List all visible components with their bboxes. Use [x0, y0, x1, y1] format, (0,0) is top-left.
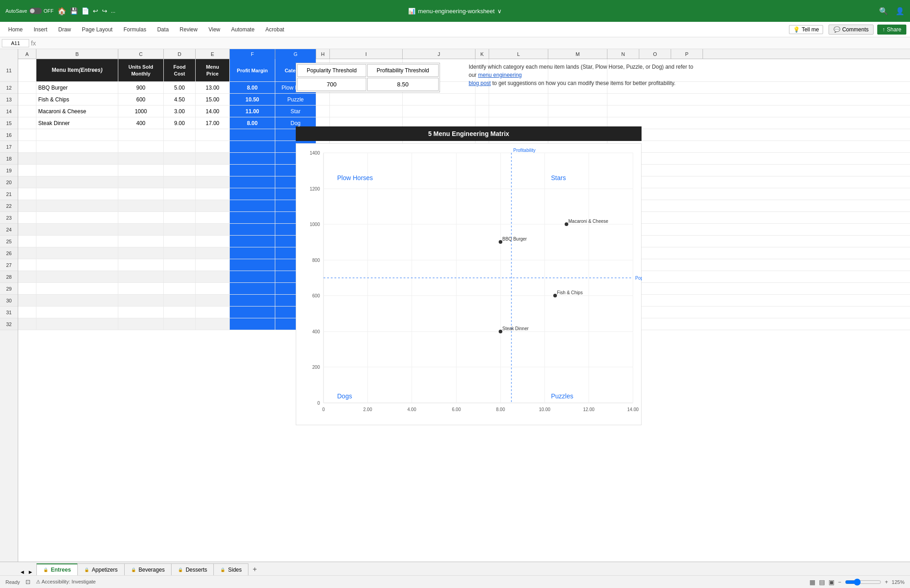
rownum-31[interactable]: 31	[0, 307, 18, 318]
cell-27[interactable]	[316, 259, 330, 271]
cell-30[interactable]	[18, 295, 36, 306]
cell-m14[interactable]	[548, 106, 607, 117]
cell-28[interactable]	[118, 271, 164, 282]
cell-18[interactable]	[475, 153, 489, 164]
cell-26[interactable]	[230, 247, 275, 259]
cell-24[interactable]	[403, 224, 475, 235]
cell-27[interactable]	[18, 259, 36, 271]
cell-31[interactable]	[36, 307, 118, 318]
cell-j14[interactable]	[403, 106, 475, 117]
cell-21[interactable]	[18, 188, 36, 200]
cell-29[interactable]	[164, 283, 196, 294]
cell-23[interactable]	[548, 212, 607, 223]
cell-22[interactable]	[316, 200, 330, 211]
cell-d16[interactable]	[164, 129, 196, 141]
cell-30[interactable]	[196, 295, 230, 306]
cell-29[interactable]	[475, 283, 489, 294]
col-header-o[interactable]: O	[639, 49, 671, 59]
page-break-icon[interactable]: ▣	[829, 578, 834, 586]
cell-d14[interactable]: 3.00	[164, 106, 196, 117]
menu-insert[interactable]: Insert	[29, 25, 52, 35]
cell-a15[interactable]	[18, 117, 36, 129]
cell-31[interactable]	[330, 307, 403, 318]
rownum-23[interactable]: 23	[0, 212, 18, 224]
rownum-24[interactable]: 24	[0, 224, 18, 236]
cell-22[interactable]	[164, 200, 196, 211]
cell-f14[interactable]: 11.00	[230, 106, 275, 117]
cell-32[interactable]	[230, 318, 275, 330]
cell-21[interactable]	[275, 188, 316, 200]
cell-19[interactable]	[475, 165, 489, 176]
cell-a14[interactable]	[18, 106, 36, 117]
cell-31[interactable]	[316, 307, 330, 318]
rownum-17[interactable]: 17	[0, 141, 18, 153]
cell-31[interactable]	[475, 307, 489, 318]
col-header-c[interactable]: C	[118, 49, 164, 59]
cell-26[interactable]	[275, 247, 316, 259]
cell-29[interactable]	[330, 283, 403, 294]
cell-21[interactable]	[164, 188, 196, 200]
cell-l15[interactable]	[489, 117, 548, 129]
cell-20[interactable]	[548, 176, 607, 188]
cell-21[interactable]	[403, 188, 475, 200]
cell-d15[interactable]: 9.00	[164, 117, 196, 129]
cell-18[interactable]	[196, 153, 230, 164]
cell-d13[interactable]: 4.50	[164, 94, 196, 105]
cell-25[interactable]	[330, 236, 403, 247]
cell-30[interactable]	[164, 295, 196, 306]
col-header-l[interactable]: L	[489, 49, 548, 59]
cell-21[interactable]	[316, 188, 330, 200]
cell-23[interactable]	[164, 212, 196, 223]
cell-32[interactable]	[330, 318, 403, 330]
comments-button[interactable]: 💬 Comments	[829, 25, 874, 35]
cell-23[interactable]	[475, 212, 489, 223]
cell-24[interactable]	[230, 224, 275, 235]
cell-h16[interactable]	[316, 129, 330, 141]
cell-17[interactable]	[316, 141, 330, 152]
more-icon[interactable]: ...	[111, 8, 116, 14]
cell-25[interactable]	[18, 236, 36, 247]
home-icon[interactable]: 🏠	[57, 7, 66, 15]
next-sheet-icon[interactable]: ►	[26, 569, 35, 575]
cell-21[interactable]	[489, 188, 548, 200]
cell-26[interactable]	[475, 247, 489, 259]
cell-b11[interactable]: Menu Item (Entrees)	[36, 59, 118, 81]
menu-acrobat[interactable]: Acrobat	[261, 25, 288, 35]
cell-25[interactable]	[489, 236, 548, 247]
cell-29[interactable]	[230, 283, 275, 294]
cell-22[interactable]	[275, 200, 316, 211]
cell-22[interactable]	[475, 200, 489, 211]
cell-25[interactable]	[475, 236, 489, 247]
rownum-14[interactable]: 14	[0, 106, 18, 117]
cell-31[interactable]	[548, 307, 607, 318]
cell-c15[interactable]: 400	[118, 117, 164, 129]
cell-25[interactable]	[118, 236, 164, 247]
cell-30[interactable]	[489, 295, 548, 306]
cell-20[interactable]	[164, 176, 196, 188]
cell-20[interactable]	[230, 176, 275, 188]
cell-18[interactable]	[230, 153, 275, 164]
cell-17[interactable]	[489, 141, 548, 152]
sheet-tab-sides[interactable]: 🔒 Sides	[213, 563, 248, 575]
cell-26[interactable]	[36, 247, 118, 259]
rownum-27[interactable]: 27	[0, 259, 18, 271]
cell-21[interactable]	[36, 188, 118, 200]
menu-data[interactable]: Data	[152, 25, 173, 35]
cell-22[interactable]	[18, 200, 36, 211]
cell-29[interactable]	[316, 283, 330, 294]
cell-20[interactable]	[36, 176, 118, 188]
formula-input[interactable]	[38, 39, 908, 47]
cell-26[interactable]	[548, 247, 607, 259]
col-header-m[interactable]: M	[548, 49, 607, 59]
cell-27[interactable]	[36, 259, 118, 271]
rownum-26[interactable]: 26	[0, 247, 18, 259]
cell-23[interactable]	[118, 212, 164, 223]
cell-32[interactable]	[316, 318, 330, 330]
col-header-i[interactable]: I	[330, 49, 403, 59]
cell-20[interactable]	[118, 176, 164, 188]
cell-28[interactable]	[36, 271, 118, 282]
pdf-icon[interactable]: 📄	[81, 7, 89, 15]
cell-l13[interactable]	[489, 94, 548, 105]
zoom-in-icon[interactable]: +	[885, 579, 888, 585]
cell-24[interactable]	[275, 224, 316, 235]
